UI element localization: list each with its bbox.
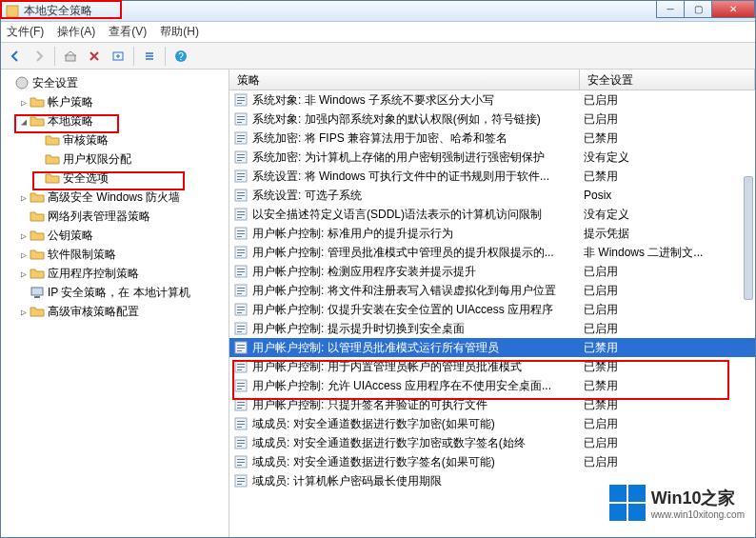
minimize-button[interactable]: ─ <box>656 1 685 18</box>
forward-button[interactable] <box>29 46 50 67</box>
menu-help[interactable]: 帮助(H) <box>160 24 199 40</box>
expand-icon[interactable]: ▷ <box>18 307 30 317</box>
svg-rect-10 <box>237 100 245 101</box>
svg-rect-79 <box>237 427 242 428</box>
policy-row[interactable]: 域成员: 对安全通道数据进行数字加密(如果可能)已启用 <box>229 414 755 433</box>
policy-setting: 已启用 <box>580 302 755 318</box>
svg-rect-66 <box>237 367 245 368</box>
cross-icon[interactable] <box>84 46 105 67</box>
tree-pane[interactable]: 安全设置 ▷帐户策略◢本地策略审核策略用户权限分配安全选项▷高级安全 Windo… <box>1 70 229 537</box>
tree-item[interactable]: ◢本地策略 <box>3 111 227 130</box>
expand-icon[interactable]: ▷ <box>18 192 30 203</box>
maximize-button[interactable]: ▢ <box>684 1 712 18</box>
policy-row[interactable]: 系统对象: 非 Windows 子系统不要求区分大小写已启用 <box>229 90 755 110</box>
list-body[interactable]: 系统对象: 非 Windows 子系统不要求区分大小写已启用系统对象: 加强内部… <box>229 90 755 537</box>
policy-row[interactable]: 域成员: 对安全通道数据进行数字加密或数字签名(始终已启用 <box>229 433 755 452</box>
policy-row[interactable]: 用户帐户控制: 仅提升安装在安全位置的 UIAccess 应用程序已启用 <box>229 300 755 319</box>
policy-setting: 已启用 <box>580 454 755 470</box>
policy-row[interactable]: 以安全描述符定义语言(SDDL)语法表示的计算机访问限制没有定义 <box>229 205 755 224</box>
tree-item[interactable]: ▷高级安全 Windows 防火墙 <box>3 188 227 207</box>
policy-row[interactable]: 用户帐户控制: 提示提升时切换到安全桌面已启用 <box>229 319 755 338</box>
policy-row[interactable]: 系统设置: 可选子系统Posix <box>229 186 755 205</box>
app-icon <box>5 4 20 19</box>
policy-setting: 已禁用 <box>580 130 755 147</box>
policy-row[interactable]: 系统加密: 将 FIPS 兼容算法用于加密、哈希和签名已禁用 <box>229 129 755 148</box>
tree-item[interactable]: IP 安全策略，在 本地计算机 <box>3 283 227 302</box>
folder-icon <box>30 113 45 129</box>
policy-name: 用户帐户控制: 仅提升安装在安全位置的 UIAccess 应用程序 <box>252 302 553 318</box>
policy-name: 用户帐户控制: 将文件和注册表写入错误虚拟化到每用户位置 <box>252 283 556 299</box>
svg-rect-23 <box>237 160 242 161</box>
folder-icon <box>30 304 45 319</box>
expand-icon[interactable]: ▷ <box>18 269 30 279</box>
expand-icon[interactable]: ▷ <box>18 97 30 108</box>
tree-root[interactable]: 安全设置 <box>3 73 227 92</box>
svg-rect-59 <box>237 331 242 332</box>
policy-setting: 已启用 <box>580 416 755 432</box>
tree-item[interactable]: ▷高级审核策略配置 <box>3 302 227 321</box>
policy-row[interactable]: 系统对象: 加强内部系统对象的默认权限(例如，符号链接)已启用 <box>229 110 755 129</box>
svg-rect-81 <box>237 440 245 441</box>
policy-icon <box>233 435 249 450</box>
policy-row[interactable]: 系统加密: 为计算机上存储的用户密钥强制进行强密钥保护没有定义 <box>229 148 755 167</box>
svg-rect-15 <box>237 122 242 123</box>
policy-row[interactable]: 域成员: 对安全通道数据进行数字签名(如果可能)已启用 <box>229 452 755 471</box>
tree-item[interactable]: 安全选项 <box>3 169 227 188</box>
svg-rect-31 <box>237 198 242 199</box>
list-pane: 策略 安全设置 系统对象: 非 Windows 子系统不要求区分大小写已启用系统… <box>229 70 755 537</box>
policy-row[interactable]: 用户帐户控制: 检测应用程序安装并提示提升已启用 <box>229 262 755 281</box>
policy-icon <box>233 321 249 336</box>
svg-rect-30 <box>237 195 245 196</box>
menu-view[interactable]: 查看(V) <box>109 24 147 40</box>
policy-row[interactable]: 系统设置: 将 Windows 可执行文件中的证书规则用于软件...已禁用 <box>229 167 755 186</box>
policy-row[interactable]: 用户帐户控制: 将文件和注册表写入错误虚拟化到每用户位置已启用 <box>229 281 755 300</box>
policy-row[interactable]: 用户帐户控制: 以管理员批准模式运行所有管理员已禁用 <box>229 338 755 357</box>
tree-item[interactable]: 用户权限分配 <box>3 149 227 169</box>
policy-icon <box>233 359 249 374</box>
svg-rect-38 <box>237 233 245 234</box>
menu-action[interactable]: 操作(A) <box>57 24 95 40</box>
tree-item[interactable]: 网络列表管理器策略 <box>3 207 227 226</box>
policy-row[interactable]: 用户帐户控制: 标准用户的提升提示行为提示凭据 <box>229 224 755 243</box>
policy-name: 系统加密: 将 FIPS 兼容算法用于加密、哈希和签名 <box>252 130 507 147</box>
list-icon[interactable] <box>139 46 160 67</box>
policy-setting: Posix <box>580 189 755 202</box>
svg-rect-33 <box>237 211 245 212</box>
house-icon[interactable] <box>60 46 81 67</box>
scrollbar-thumb[interactable] <box>744 176 753 300</box>
header-setting[interactable]: 安全设置 <box>580 70 755 90</box>
expand-icon[interactable]: ▷ <box>18 249 30 260</box>
tree-label: 用户权限分配 <box>63 151 131 168</box>
policy-row[interactable]: 用户帐户控制: 只提升签名并验证的可执行文件已禁用 <box>229 395 755 414</box>
folder-icon <box>30 247 45 262</box>
svg-rect-54 <box>237 309 245 310</box>
tree-item[interactable]: ▷软件限制策略 <box>3 245 227 264</box>
policy-row[interactable]: 用户帐户控制: 管理员批准模式中管理员的提升权限提示的...非 Windows … <box>229 243 755 262</box>
svg-point-5 <box>16 77 28 89</box>
svg-rect-19 <box>237 141 242 142</box>
policy-row[interactable]: 用户帐户控制: 允许 UIAccess 应用程序在不使用安全桌面...已禁用 <box>229 376 755 395</box>
svg-rect-9 <box>237 97 245 98</box>
svg-rect-85 <box>237 459 245 460</box>
svg-rect-77 <box>237 421 245 422</box>
close-button[interactable]: ✕ <box>711 1 755 18</box>
expand-icon[interactable]: ◢ <box>18 116 30 127</box>
policy-setting: 没有定义 <box>580 149 755 166</box>
svg-rect-58 <box>237 329 245 329</box>
header-policy[interactable]: 策略 <box>229 70 580 90</box>
expand-icon[interactable]: ▷ <box>18 230 30 241</box>
tree-item[interactable]: ▷帐户策略 <box>3 92 227 111</box>
back-button[interactable] <box>5 46 26 67</box>
tree-item[interactable]: ▷公钥策略 <box>3 226 227 245</box>
menu-file[interactable]: 文件(F) <box>7 24 44 40</box>
help-icon[interactable]: ? <box>170 46 191 67</box>
policy-setting: 没有定义 <box>580 207 755 223</box>
tree-item[interactable]: ▷应用程序控制策略 <box>3 264 227 283</box>
export-icon[interactable] <box>108 46 129 67</box>
tree-item[interactable]: 审核策略 <box>3 130 227 149</box>
policy-name: 用户帐户控制: 提示提升时切换到安全桌面 <box>252 321 465 337</box>
policy-row[interactable]: 用户帐户控制: 用于内置管理员帐户的管理员批准模式已禁用 <box>229 357 755 376</box>
svg-rect-35 <box>237 217 242 218</box>
svg-rect-25 <box>237 173 245 174</box>
svg-rect-90 <box>237 481 245 482</box>
